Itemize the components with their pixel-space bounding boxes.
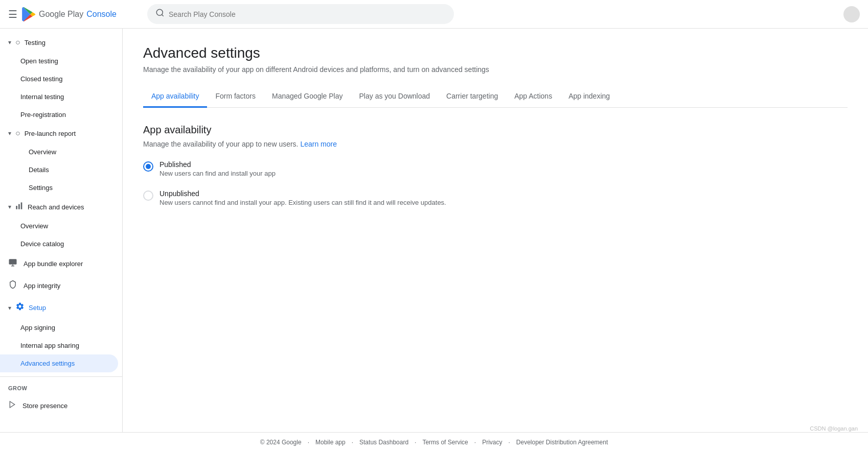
sidebar-item-label: Closed testing: [20, 75, 62, 83]
svg-rect-4: [21, 202, 22, 209]
radio-option-unpublished[interactable]: Unpublished New users cannot find and in…: [143, 189, 848, 206]
sidebar-item-label: Testing: [25, 39, 45, 46]
sidebar-item-label: Overview: [20, 222, 48, 230]
chevron-down-icon: ▾: [8, 130, 11, 137]
radio-unpublished[interactable]: [143, 191, 153, 201]
sidebar-item-label: Details: [29, 166, 49, 174]
sidebar-item-overview[interactable]: Overview: [0, 143, 118, 161]
search-icon: [155, 8, 165, 20]
sidebar-item-settings[interactable]: Settings: [0, 179, 118, 197]
sidebar-item-label: Pre-launch report: [25, 130, 76, 137]
tab-managed-google-play[interactable]: Managed Google Play: [264, 86, 351, 108]
sidebar-item-store-presence[interactable]: Store presence: [0, 395, 118, 416]
testing-icon: ○: [15, 38, 20, 47]
sidebar-item-label: Pre-registration: [20, 111, 66, 118]
avatar[interactable]: [843, 6, 860, 22]
tab-carrier-targeting[interactable]: Carrier targeting: [438, 86, 506, 108]
radio-option-published[interactable]: Published New users can find and install…: [143, 160, 848, 177]
learn-more-link[interactable]: Learn more: [300, 140, 337, 148]
sidebar: ▾ ○ Testing Open testing Closed testing …: [0, 29, 123, 432]
sidebar-item-label: Settings: [29, 184, 53, 192]
sidebar-item-label: Advanced settings: [20, 360, 75, 367]
sidebar-item-pre-registration[interactable]: Pre-registration: [0, 106, 118, 124]
tab-form-factors[interactable]: Form factors: [207, 86, 264, 108]
sidebar-item-label: Internal testing: [20, 93, 64, 101]
sidebar-item-device-catalog[interactable]: Device catalog: [0, 235, 118, 253]
topbar-right: [843, 6, 860, 22]
sidebar-item-label: Setup: [29, 304, 46, 312]
sidebar-item-label: Open testing: [20, 57, 58, 65]
main-layout: ▾ ○ Testing Open testing Closed testing …: [0, 29, 868, 432]
sidebar-item-closed-testing[interactable]: Closed testing: [0, 70, 118, 88]
footer-link-status-dashboard[interactable]: Status Dashboard: [359, 439, 408, 446]
svg-rect-5: [9, 259, 17, 265]
sidebar-item-advanced-settings[interactable]: Advanced settings: [0, 354, 118, 372]
logo-text-console: Console: [86, 10, 117, 19]
menu-icon[interactable]: ☰: [8, 8, 17, 20]
logo-text-google-play: Google Play: [39, 10, 83, 19]
google-play-logo-icon: [21, 7, 36, 21]
sidebar-divider: [0, 376, 122, 377]
tab-play-as-you-download[interactable]: Play as you Download: [351, 86, 439, 108]
reach-icon: [15, 202, 24, 212]
radio-unpublished-text: Unpublished New users cannot find and in…: [159, 189, 446, 206]
footer: © 2024 Google · Mobile app · Status Dash…: [0, 432, 868, 452]
svg-marker-8: [10, 401, 14, 408]
main-content: Advanced settings Manage the availabilit…: [123, 29, 868, 432]
sidebar-section-pre-launch-report[interactable]: ▾ ○ Pre-launch report: [0, 124, 122, 143]
sidebar-item-label: Internal app sharing: [20, 342, 79, 349]
radio-published[interactable]: [143, 161, 153, 172]
sidebar-item-internal-testing[interactable]: Internal testing: [0, 88, 118, 106]
chevron-down-icon: ▾: [8, 39, 11, 46]
sidebar-item-label: Reach and devices: [28, 203, 84, 211]
section-title: App availability: [143, 124, 848, 136]
pre-launch-icon: ○: [15, 129, 20, 138]
footer-link-mobile-app[interactable]: Mobile app: [315, 439, 346, 446]
sidebar-item-open-testing[interactable]: Open testing: [0, 52, 118, 70]
sidebar-item-label: Overview: [29, 148, 56, 156]
sidebar-section-setup[interactable]: ▾ Setup: [0, 297, 122, 319]
svg-rect-3: [18, 204, 20, 209]
search-input[interactable]: [169, 10, 446, 18]
section-subtitle: Manage the availability of your app to n…: [143, 140, 848, 148]
sidebar-item-app-bundle-explorer[interactable]: App bundle explorer: [0, 253, 118, 275]
sidebar-grow-label: Grow: [0, 381, 122, 395]
footer-copyright: © 2024 Google: [260, 439, 302, 446]
sidebar-item-label: App signing: [20, 324, 55, 331]
sidebar-item-details[interactable]: Details: [0, 161, 118, 179]
setup-icon: [15, 302, 25, 314]
svg-point-0: [156, 9, 163, 15]
radio-published-text: Published New users can find and install…: [159, 160, 276, 177]
app-bundle-icon: [8, 258, 17, 270]
footer-link-terms-of-service[interactable]: Terms of Service: [422, 439, 468, 446]
svg-line-1: [162, 14, 163, 16]
tab-app-availability[interactable]: App availability: [143, 86, 207, 108]
sidebar-item-label: App integrity: [24, 282, 60, 290]
app-integrity-icon: [8, 280, 17, 292]
tab-app-indexing[interactable]: App indexing: [560, 86, 618, 108]
topbar-left: ☰ Google Play Console: [8, 7, 141, 21]
watermark: CSDN @logan.gan: [810, 425, 858, 432]
sidebar-item-label: Store presence: [22, 402, 67, 410]
sidebar-item-label: App bundle explorer: [24, 260, 83, 268]
svg-rect-2: [16, 206, 17, 209]
sidebar-section-reach-devices[interactable]: ▾ Reach and devices: [0, 197, 122, 217]
sidebar-item-label: Device catalog: [20, 240, 64, 248]
sidebar-item-app-integrity[interactable]: App integrity: [0, 275, 118, 297]
page-subtitle: Manage the availability of your app on d…: [143, 65, 848, 74]
tab-app-actions[interactable]: App Actions: [506, 86, 560, 108]
sidebar-section-testing[interactable]: ▾ ○ Testing: [0, 33, 122, 52]
chevron-down-icon: ▾: [8, 304, 11, 312]
tabs-container: App availability Form factors Managed Go…: [143, 86, 848, 108]
store-presence-icon: [8, 400, 16, 411]
sidebar-item-internal-app-sharing[interactable]: Internal app sharing: [0, 337, 118, 354]
chevron-down-icon: ▾: [8, 203, 11, 210]
page-title: Advanced settings: [143, 45, 848, 61]
footer-link-privacy[interactable]: Privacy: [482, 439, 502, 446]
logo-container: Google Play Console: [21, 7, 117, 21]
search-bar[interactable]: [147, 4, 454, 24]
sidebar-item-app-signing[interactable]: App signing: [0, 319, 118, 337]
topbar: ☰ Google Play Console: [0, 0, 868, 29]
footer-link-developer-distribution-agreement[interactable]: Developer Distribution Agreement: [516, 439, 608, 446]
sidebar-item-reach-overview[interactable]: Overview: [0, 217, 118, 235]
